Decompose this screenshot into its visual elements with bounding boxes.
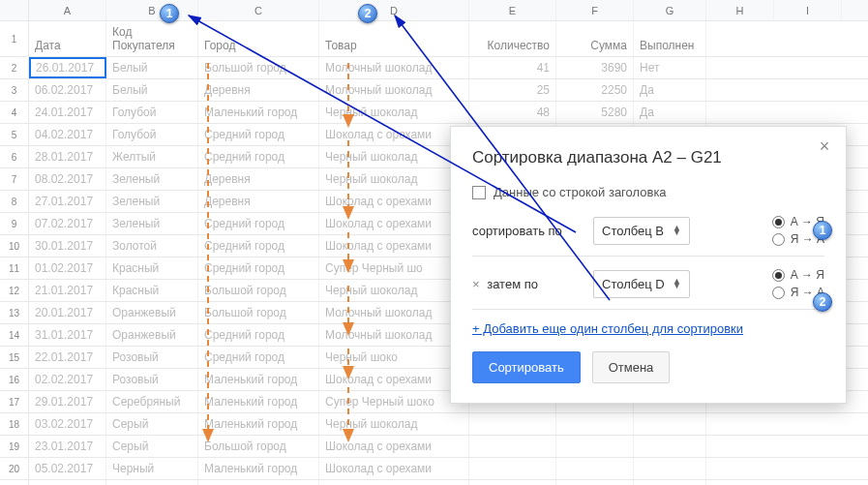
cell-c[interactable]: Средний город — [198, 324, 319, 346]
cell-d[interactable]: Молочный шоколад — [319, 324, 469, 346]
cell-d[interactable]: Молочный шоколад — [319, 57, 469, 78]
col-header-a[interactable]: A — [29, 0, 106, 20]
cell-c[interactable]: Маленький город — [198, 391, 319, 412]
cell-e[interactable] — [469, 413, 556, 435]
cell-c[interactable]: Большой город — [198, 280, 319, 301]
row-num[interactable]: 20 — [0, 458, 29, 479]
cell-c[interactable]: Средний город — [198, 347, 319, 368]
cell-a[interactable]: 25.01.2017 — [29, 480, 106, 485]
row-num[interactable]: 10 — [0, 235, 29, 257]
row-num[interactable]: 7 — [0, 168, 29, 190]
cell-a[interactable]: 21.01.2017 — [29, 280, 106, 301]
cell-b[interactable]: Красный — [106, 258, 198, 279]
cell-a[interactable]: 24.01.2017 — [29, 102, 106, 123]
header-checkbox-row[interactable]: Данные со строкой заголовка — [472, 185, 824, 199]
row-num[interactable]: 19 — [0, 436, 29, 457]
row-num[interactable]: 9 — [0, 213, 29, 234]
row-num[interactable]: 13 — [0, 302, 29, 323]
cell-a[interactable]: 03.02.2017 — [29, 413, 106, 435]
hdr-buyer[interactable]: Код Покупателя — [106, 21, 198, 56]
cell-d[interactable]: Черный шоколад — [319, 168, 469, 190]
cell-d[interactable]: Черный шоколад — [319, 146, 469, 167]
cell-c[interactable]: Средний город — [198, 213, 319, 234]
col-header-h[interactable]: H — [706, 0, 774, 20]
cell-d[interactable]: Шоколад с орехами — [319, 480, 469, 485]
cell-f[interactable]: 3690 — [556, 57, 634, 78]
cell-c[interactable]: Маленький город — [198, 369, 319, 390]
cell-d[interactable]: Шоколад с орехами — [319, 213, 469, 234]
cell-f[interactable] — [556, 436, 634, 457]
cell-b[interactable]: Розовый — [106, 369, 198, 390]
cell-b[interactable]: Красный — [106, 280, 198, 301]
row-num[interactable]: 17 — [0, 391, 29, 412]
cell-b[interactable]: Желтый — [106, 146, 198, 167]
cell-e[interactable]: 65 — [469, 480, 556, 485]
cell-c[interactable]: Средний город — [198, 258, 319, 279]
cell-d[interactable]: Супер Черный шо — [319, 258, 469, 279]
cell-d[interactable]: Шоколад с орехами — [319, 436, 469, 457]
hdr-date[interactable]: Дата — [29, 21, 106, 56]
cell-b[interactable]: Серый — [106, 436, 198, 457]
hdr-sum[interactable]: Сумма — [556, 21, 634, 56]
cell-b[interactable]: Серебряный — [106, 391, 198, 412]
cell-g[interactable] — [634, 413, 706, 435]
col-header-d[interactable]: D — [319, 0, 469, 20]
row-num[interactable]: 14 — [0, 324, 29, 346]
checkbox-icon[interactable] — [472, 186, 486, 199]
cell-c[interactable]: Большой город — [198, 480, 319, 485]
hdr-qty[interactable]: Количество — [469, 21, 556, 56]
cell-d[interactable]: Шоколад с орехами — [319, 191, 469, 212]
col-header-c[interactable]: C — [198, 0, 319, 20]
col-header-f[interactable]: F — [556, 0, 634, 20]
cell-f[interactable] — [556, 458, 634, 479]
col-header-e[interactable]: E — [469, 0, 556, 20]
row-num[interactable]: 8 — [0, 191, 29, 212]
cell-b[interactable]: Голубой — [106, 102, 198, 123]
cell-a[interactable]: 30.01.2017 — [29, 235, 106, 257]
cell-a[interactable]: 27.01.2017 — [29, 191, 106, 212]
cell-c[interactable]: Деревня — [198, 168, 319, 190]
cell-g[interactable]: Да — [634, 102, 706, 123]
row-num[interactable]: 5 — [0, 124, 29, 145]
cell-c[interactable]: Большой город — [198, 436, 319, 457]
sort-by-select[interactable]: Столбец B ▲▼ — [593, 217, 690, 245]
cell-d[interactable]: Шоколад с орехами — [319, 235, 469, 257]
cell-c[interactable]: Маленький город — [198, 458, 319, 479]
cell-d[interactable]: Черный шоколад — [319, 413, 469, 435]
hdr-city[interactable]: Город — [198, 21, 319, 56]
cell-c[interactable]: Средний город — [198, 235, 319, 257]
cell-d[interactable]: Черный шоко — [319, 347, 469, 368]
cell-d[interactable]: Молочный шоколад — [319, 79, 469, 101]
hdr-item[interactable]: Товар — [319, 21, 469, 56]
cell-f[interactable]: 5280 — [556, 102, 634, 123]
cell-b[interactable]: Розовый — [106, 347, 198, 368]
cell-d[interactable]: Шоколад с орехами — [319, 458, 469, 479]
row-num[interactable]: 3 — [0, 79, 29, 101]
cell-b[interactable]: Белый — [106, 57, 198, 78]
cell-c[interactable]: Маленький город — [198, 102, 319, 123]
cell-a[interactable]: 22.01.2017 — [29, 347, 106, 368]
cell-c[interactable]: Деревня — [198, 79, 319, 101]
cell-c[interactable]: Маленький город — [198, 413, 319, 435]
cell-a[interactable]: 01.02.2017 — [29, 258, 106, 279]
cell-b[interactable]: Золотой — [106, 235, 198, 257]
cell-d[interactable]: Черный шоколад — [319, 280, 469, 301]
row-num[interactable]: 2 — [0, 57, 29, 78]
cell-b[interactable]: Серый — [106, 413, 198, 435]
row-num[interactable]: 15 — [0, 347, 29, 368]
col-header-b[interactable]: B — [106, 0, 198, 20]
cell-c[interactable]: Средний город — [198, 124, 319, 145]
cell-e[interactable] — [469, 436, 556, 457]
add-sort-column-link[interactable]: + Добавить еще один столбец для сортиров… — [472, 321, 824, 336]
cell-e[interactable] — [469, 458, 556, 479]
cell-b[interactable]: Оранжевый — [106, 302, 198, 323]
radio-az-2[interactable]: А → Я — [772, 268, 824, 282]
cell-b[interactable]: Черный — [106, 458, 198, 479]
cell-d[interactable]: Черный шоколад — [319, 102, 469, 123]
cell-f[interactable]: 2250 — [556, 79, 634, 101]
col-header-g[interactable]: G — [634, 0, 706, 20]
col-header-i[interactable]: I — [774, 0, 842, 20]
hdr-done[interactable]: Выполнен — [634, 21, 706, 56]
cell-a[interactable]: 02.02.2017 — [29, 369, 106, 390]
cell-e[interactable]: 25 — [469, 79, 556, 101]
